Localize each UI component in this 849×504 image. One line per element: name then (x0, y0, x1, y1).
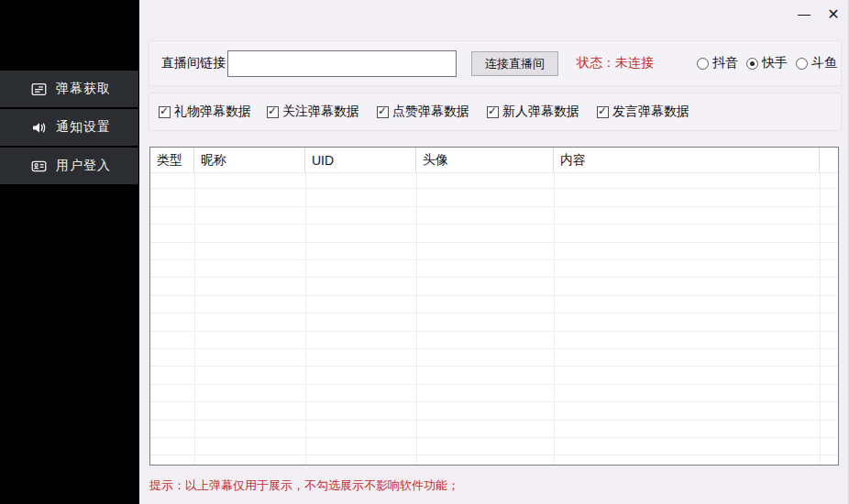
checkbox-label: 新人弹幕数据 (502, 104, 579, 120)
sidebar-item-danmaku-capture[interactable]: 弹幕获取 (0, 71, 138, 107)
connection-status: 状态：未连接 (577, 41, 654, 85)
check-icon: ✓ (488, 104, 497, 117)
sidebar-item-user-login[interactable]: 用户登入 (0, 148, 138, 184)
connect-room-button[interactable]: 连接直播间 (471, 51, 558, 76)
checkbox-label: 关注弹幕数据 (282, 104, 359, 120)
checkbox-gift-danmaku[interactable]: ✓ 礼物弹幕数据 (159, 93, 251, 130)
speaker-icon (30, 119, 47, 136)
checkbox-icon: ✓ (159, 106, 171, 118)
checkbox-like-danmaku[interactable]: ✓ 点赞弹幕数据 (377, 93, 469, 130)
footer-hint: 提示：以上弹幕仅用于展示，不勾选展示不影响软件功能； (149, 477, 459, 494)
platform-label: 抖音 (712, 55, 738, 71)
column-divider (194, 173, 195, 465)
platform-label: 斗鱼 (811, 55, 837, 71)
platform-label: 快手 (762, 55, 788, 71)
sidebar: 弹幕获取 通知设置 (0, 0, 139, 504)
room-link-input[interactable] (227, 50, 457, 77)
danmaku-list-icon (30, 81, 47, 97)
sidebar-item-label: 用户登入 (56, 158, 111, 174)
radio-icon (697, 58, 709, 70)
column-divider (416, 173, 417, 465)
checkbox-label: 发言弹幕数据 (612, 104, 689, 120)
platform-radio-douyin[interactable]: 抖音 (697, 41, 738, 85)
column-header-type[interactable]: 类型 (150, 148, 194, 172)
radio-icon (796, 58, 808, 70)
checkbox-icon: ✓ (377, 106, 389, 118)
status-label: 状态： (577, 55, 615, 71)
checkbox-follow-danmaku[interactable]: ✓ 关注弹幕数据 (267, 93, 359, 130)
danmaku-table: 类型 昵称 UID 头像 内容 (149, 147, 839, 466)
checkbox-newcomer-danmaku[interactable]: ✓ 新人弹幕数据 (487, 93, 579, 130)
checkbox-label: 点赞弹幕数据 (392, 104, 469, 120)
table-body (150, 173, 838, 465)
close-button[interactable]: ✕ (820, 2, 847, 26)
column-divider (820, 173, 821, 465)
column-header-filler (820, 148, 838, 172)
checkbox-label: 礼物弹幕数据 (174, 104, 251, 120)
platform-radio-douyu[interactable]: 斗鱼 (796, 41, 837, 85)
column-divider (554, 173, 555, 465)
column-header-uid[interactable]: UID (305, 148, 416, 172)
checkbox-icon: ✓ (267, 106, 279, 118)
check-icon: ✓ (378, 104, 387, 117)
sidebar-item-notification-settings[interactable]: 通知设置 (0, 109, 138, 146)
status-value: 未连接 (615, 55, 654, 71)
table-header: 类型 昵称 UID 头像 内容 (150, 148, 838, 173)
checkbox-icon: ✓ (597, 106, 609, 118)
connect-panel: 直播间链接： 连接直播间 状态：未连接 抖音 快手 斗鱼 (149, 40, 842, 86)
sidebar-item-label: 通知设置 (56, 119, 111, 136)
platform-radio-kuaishou[interactable]: 快手 (746, 41, 788, 85)
check-icon: ✓ (598, 104, 607, 117)
sidebar-item-label: 弹幕获取 (56, 81, 111, 97)
minimize-button[interactable]: — (790, 2, 818, 26)
check-icon: ✓ (160, 104, 169, 117)
sidebar-menu: 弹幕获取 通知设置 (0, 71, 138, 186)
column-header-nickname[interactable]: 昵称 (194, 148, 305, 172)
radio-icon (746, 58, 758, 70)
app-window: 弹幕获取 通知设置 (0, 0, 849, 504)
id-card-icon (30, 158, 47, 174)
column-header-content[interactable]: 内容 (554, 148, 820, 172)
filter-panel: ✓ 礼物弹幕数据 ✓ 关注弹幕数据 ✓ 点赞弹幕数据 ✓ 新人弹幕数据 ✓ 发言… (149, 93, 842, 131)
check-icon: ✓ (268, 104, 277, 117)
checkbox-icon: ✓ (487, 106, 499, 118)
column-header-avatar[interactable]: 头像 (416, 148, 554, 172)
column-divider (305, 173, 306, 465)
main-content: — ✕ 直播间链接： 连接直播间 状态：未连接 抖音 快手 斗鱼 ✓ (139, 0, 849, 504)
checkbox-chat-danmaku[interactable]: ✓ 发言弹幕数据 (597, 93, 689, 130)
